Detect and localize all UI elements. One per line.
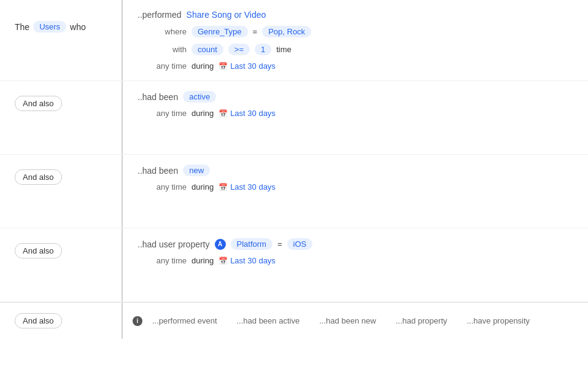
had-been-prefix-1: ..had been — [137, 92, 178, 102]
date-pill-3[interactable]: 📅 Last 30 days — [219, 182, 276, 192]
had-been-prefix-2: ..had been — [137, 166, 178, 176]
any-time-row-1: any time during 📅 Last 30 days — [137, 61, 573, 71]
bottom-bar: And also i ...performed event ...had bee… — [0, 302, 588, 339]
option-performed-event-label: ...performed event — [152, 316, 217, 325]
and-also-button-2[interactable]: And also — [15, 169, 62, 185]
option-had-property-label: ...had property — [396, 316, 447, 325]
date-label-3: Last 30 days — [230, 182, 276, 192]
action-link-performed[interactable]: Share Song or Video — [187, 10, 266, 20]
genre-values-pill[interactable]: Pop, Rock — [262, 26, 311, 37]
and-also-button-4[interactable]: And also — [15, 313, 62, 328]
bottom-left-col: And also — [0, 303, 123, 339]
option-had-been-active-label: ...had been active — [237, 316, 300, 325]
row-performed-left: The Users who — [0, 0, 123, 80]
eq-operator-1: = — [253, 27, 258, 36]
action-row: ..performed Share Song or Video — [137, 10, 573, 20]
users-pill[interactable]: Users — [33, 21, 66, 33]
option-have-propensity-label: ...have propensity — [467, 316, 530, 325]
had-user-property-prefix: ..had user property — [137, 239, 210, 249]
performed-prefix: ..performed — [137, 10, 182, 20]
row-active-right: ..had been active any time during 📅 Last… — [123, 81, 588, 154]
any-time-label-4: any time — [137, 256, 187, 265]
row-new-left: And also — [0, 155, 123, 228]
calendar-icon-3: 📅 — [219, 183, 228, 192]
action-row-3: ..had been new — [137, 165, 573, 176]
date-pill-4[interactable]: 📅 Last 30 days — [219, 256, 276, 265]
bottom-right-col: i ...performed event ...had been active … — [123, 303, 588, 339]
any-time-row-4: any time during 📅 Last 30 days — [137, 256, 573, 265]
option-performed-event[interactable]: ...performed event — [142, 311, 227, 330]
calendar-icon-4: 📅 — [219, 257, 228, 265]
option-had-been-new-label: ...had been new — [319, 316, 376, 325]
action-row-4: ..had user property A Platform = iOS — [137, 238, 573, 250]
active-pill[interactable]: active — [183, 91, 216, 103]
row-performed: The Users who ..performed Share Song or … — [0, 0, 588, 81]
during-label-3: during — [191, 182, 214, 192]
option-had-property[interactable]: ...had property — [386, 311, 457, 330]
property-icon: A — [215, 239, 226, 250]
any-time-label-3: any time — [137, 182, 187, 192]
calendar-icon-2: 📅 — [219, 109, 228, 118]
any-time-row-3: any time during 📅 Last 30 days — [137, 182, 573, 192]
who-label: who — [70, 22, 86, 32]
ios-pill[interactable]: iOS — [287, 238, 313, 250]
any-time-row-2: any time during 📅 Last 30 days — [137, 109, 573, 118]
option-had-been-active[interactable]: ...had been active — [227, 311, 310, 330]
header-group: The Users who — [15, 15, 86, 33]
action-row-2: ..had been active — [137, 91, 573, 103]
eq-operator-2: = — [277, 239, 282, 249]
row-property: And also ..had user property A Platform … — [0, 228, 588, 302]
any-time-label-2: any time — [137, 109, 187, 118]
new-pill[interactable]: new — [183, 165, 210, 176]
during-label-1: during — [191, 61, 214, 71]
option-had-been-new[interactable]: ...had been new — [309, 311, 386, 330]
page-container: The Users who ..performed Share Song or … — [0, 0, 588, 388]
genre-type-pill[interactable]: Genre_Type — [191, 26, 248, 37]
row-performed-right: ..performed Share Song or Video where Ge… — [123, 0, 588, 80]
with-label: with — [137, 45, 187, 54]
with-row: with count >= 1 time — [137, 44, 573, 55]
row-active: And also ..had been active any time duri… — [0, 81, 588, 155]
date-pill-1[interactable]: 📅 Last 30 days — [219, 61, 276, 71]
row-property-left: And also — [0, 228, 123, 301]
date-label-4: Last 30 days — [230, 256, 276, 265]
and-also-button-3[interactable]: And also — [15, 243, 62, 258]
option-have-propensity[interactable]: ...have propensity — [457, 311, 540, 330]
the-label: The — [15, 22, 29, 32]
row-property-right: ..had user property A Platform = iOS any… — [123, 228, 588, 301]
count-pill[interactable]: count — [191, 44, 223, 55]
info-icon: i — [133, 316, 142, 326]
row-new-right: ..had been new any time during 📅 Last 30… — [123, 155, 588, 228]
time-label: time — [276, 45, 292, 54]
date-label-1: Last 30 days — [230, 61, 276, 71]
calendar-icon-1: 📅 — [219, 62, 228, 71]
any-time-label-1: any time — [137, 61, 187, 71]
row-new: And also ..had been new any time during … — [0, 155, 588, 228]
and-also-button-1[interactable]: And also — [15, 96, 62, 111]
date-pill-2[interactable]: 📅 Last 30 days — [219, 109, 276, 118]
where-row: where Genre_Type = Pop, Rock — [137, 26, 573, 37]
row-active-left: And also — [0, 81, 123, 154]
during-label-2: during — [191, 109, 214, 118]
count-value-pill[interactable]: 1 — [255, 44, 271, 55]
platform-pill[interactable]: Platform — [231, 238, 273, 250]
gte-pill[interactable]: >= — [228, 44, 250, 55]
date-label-2: Last 30 days — [230, 109, 276, 118]
during-label-4: during — [191, 256, 214, 265]
where-label: where — [137, 27, 187, 36]
